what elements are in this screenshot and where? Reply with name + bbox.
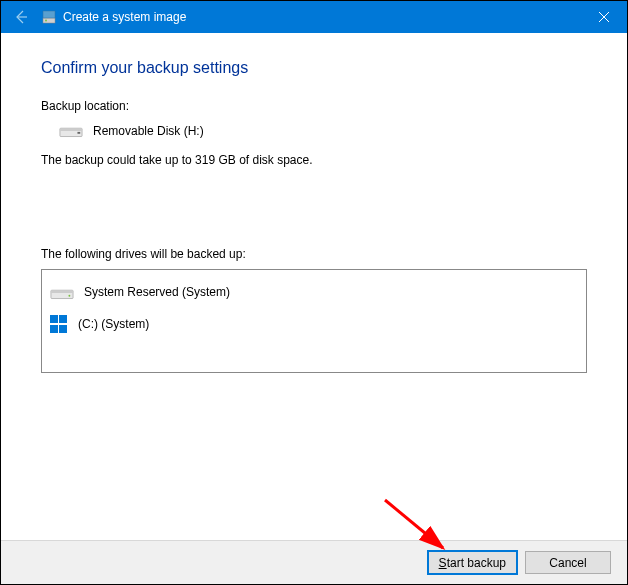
app-icon <box>41 9 57 25</box>
drive-name: (C:) (System) <box>78 317 149 331</box>
space-warning: The backup could take up to 319 GB of di… <box>41 153 587 167</box>
drives-label: The following drives will be backed up: <box>41 247 587 261</box>
content-area: Confirm your backup settings Backup loca… <box>1 33 627 373</box>
backup-location-label: Backup location: <box>41 99 587 113</box>
footer-bar: Start backup Cancel <box>1 540 627 584</box>
svg-point-2 <box>45 20 47 22</box>
svg-rect-5 <box>77 132 80 134</box>
cancel-button[interactable]: Cancel <box>525 551 611 574</box>
close-button[interactable] <box>581 1 627 33</box>
drive-item: (C:) (System) <box>50 308 578 340</box>
backup-location-row: Removable Disk (H:) <box>59 123 587 139</box>
svg-rect-0 <box>43 18 55 23</box>
drive-name: System Reserved (System) <box>84 285 230 299</box>
start-backup-button[interactable]: Start backup <box>428 551 517 574</box>
svg-rect-4 <box>60 128 82 131</box>
windows-icon <box>50 315 68 333</box>
page-heading: Confirm your backup settings <box>41 59 587 77</box>
hdd-icon <box>50 284 74 300</box>
drive-item: System Reserved (System) <box>50 276 578 308</box>
svg-rect-7 <box>51 290 73 293</box>
window-title: Create a system image <box>63 10 186 24</box>
backup-disk-name: Removable Disk (H:) <box>93 124 204 138</box>
svg-point-8 <box>68 295 70 297</box>
titlebar: Create a system image <box>1 1 627 33</box>
back-arrow-icon <box>1 1 41 33</box>
removable-disk-icon <box>59 123 83 139</box>
drives-list: System Reserved (System) (C:) (System) <box>41 269 587 373</box>
svg-rect-1 <box>43 11 55 18</box>
